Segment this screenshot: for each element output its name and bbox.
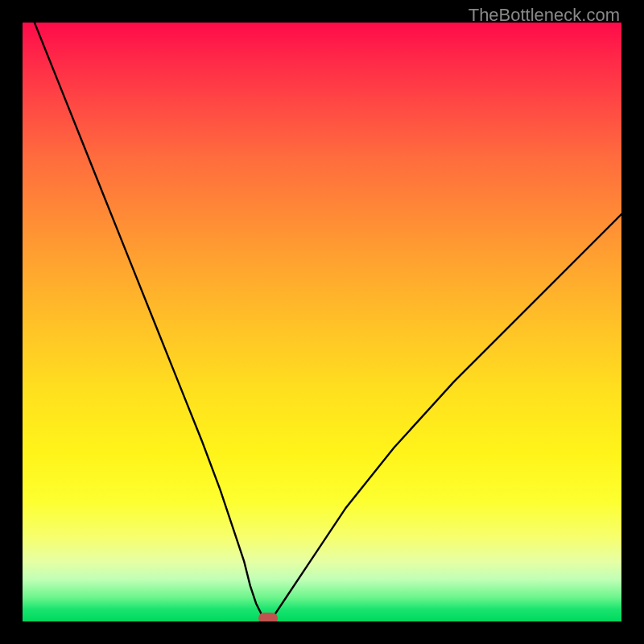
plot-area (23, 23, 621, 621)
curve-svg (23, 23, 621, 621)
chart-frame: TheBottleneck.com (0, 0, 644, 644)
optimal-point-marker (258, 613, 278, 621)
bottleneck-curve (35, 23, 621, 621)
watermark-text: TheBottleneck.com (469, 5, 620, 26)
